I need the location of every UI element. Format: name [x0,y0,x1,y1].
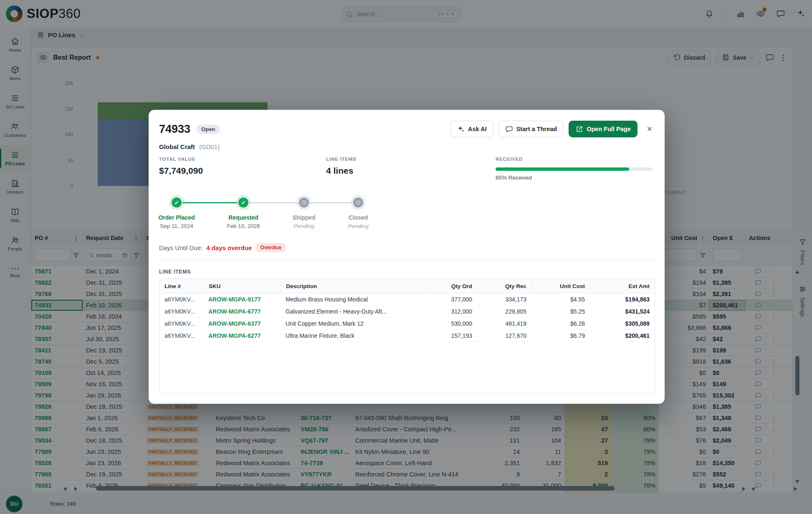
clock-icon [301,200,307,205]
line-id: a6YM0KV... [164,320,195,327]
line-id: a6YM0KV... [164,332,195,339]
li-cell-ext_amt: $305,089 [590,318,655,329]
due-value: 4 days overdue [206,244,252,251]
li-column-header: Qty Rec [477,279,531,293]
open-full-page-label: Open Full Page [587,126,631,132]
li-cell-qty_ord: 312,000 [429,306,477,317]
sku-link[interactable]: AROW-MGPA-9177 [208,296,261,303]
li-cell-sku: AROW-MGPA-6377 [203,318,281,329]
li-cell-qty_ord: 377,000 [429,294,477,305]
li-cell-desc: Unit Copper Medium, Mark 12 [281,318,429,329]
modal-po-number: 74933 [159,123,190,136]
li-cell-desc: Medium Brass Housing Medical [281,294,429,305]
li-cell-ext_amt: $200,461 [590,330,655,342]
total-value: $7,749,090 [159,166,203,176]
due-label: Days Until Due: [159,244,202,251]
li-cell-desc: Ultra Marine Fixture, Black [281,330,429,342]
timeline-label: ShippedPending [292,214,315,229]
received-progress-bar [496,167,653,171]
timeline-step-name: Requested [227,214,260,221]
total-value-label: TOTAL VALUE [159,157,203,162]
timeline-node-requested: ✓ [238,197,248,208]
timeline-node-closed [353,197,363,208]
li-column-header: Ext Amt [590,279,655,293]
line-items-title: LINE ITEMS [159,269,191,275]
start-thread-label: Start a Thread [516,126,557,132]
line-id: a6YM0KV... [164,308,195,315]
overdue-badge: Overdue [255,243,286,252]
line-item-row[interactable]: a6YM0KV...AROW-MGPA-6777Galvanized Eleme… [159,306,655,318]
li-cell-line: a6YM0KV... [159,306,203,317]
li-cell-qty_ord: 157,193 [429,330,477,342]
app-root: SIOP360 Search... Ctrl K HomeItemsSO Lin… [0,0,812,514]
clock-icon [355,200,361,205]
timeline-step-name: Order Placed [158,214,195,221]
modal-divider [159,260,654,261]
line-item-row[interactable]: a6YM0KV...AROW-MGPA-6277Ultra Marine Fix… [159,330,655,342]
li-cell-unit_cost: $6.28 [531,318,590,329]
li-cell-ext_amt: $194,863 [590,294,655,305]
li-column-header: Description [281,279,429,293]
li-column-header: SKU [203,279,281,293]
li-column-header: Line # [159,279,203,293]
ask-ai-button[interactable]: Ask AI [450,121,493,137]
line-id: a6YM0KV... [164,296,195,303]
li-cell-qty_rec: 229,805 [477,306,531,317]
received-progress-fill [496,167,629,171]
received-text: 85% Received [496,175,653,181]
li-cell-qty_rec: 334,173 [477,294,531,305]
timeline-connector [249,202,298,203]
line-items-label: LINE ITEMS [326,157,357,162]
timeline-step-date: Feb 10, 2026 [227,223,260,229]
timeline-node-shipped [299,197,309,208]
order-timeline: ✓Order PlacedSep 11, 2024✓RequestedFeb 1… [159,192,451,238]
li-cell-desc: Galvanized Element - Heavy-Duty Aft... [281,306,429,317]
li-cell-unit_cost: $5.25 [531,306,590,317]
li-column-header: Qty Ord [429,279,477,293]
close-icon[interactable]: ✕ [645,123,654,135]
timeline-label: Order PlacedSep 11, 2024 [158,214,195,229]
sku-link[interactable]: AROW-MGPA-6377 [208,320,261,327]
sku-link[interactable]: AROW-MGPA-6277 [208,332,261,339]
timeline-label: ClosedPending [348,214,369,229]
line-items-count: 4 lines [326,166,357,176]
li-cell-qty_rec: 127,670 [477,330,531,342]
li-cell-line: a6YM0KV... [159,294,203,305]
received-label: RECEIVED [496,157,653,162]
open-full-page-button[interactable]: Open Full Page [569,121,637,137]
timeline-connector [182,202,238,203]
timeline-step-date: Pending [348,223,369,229]
li-cell-ext_amt: $431,524 [590,306,655,317]
timeline-step-date: Pending [292,223,315,229]
line-items-table: Line #SKUDescriptionQty OrdQty RecUnit C… [159,279,655,394]
po-detail-modal: 74933 Open Ask AI Start a Thread Open Fu… [149,110,665,404]
li-cell-sku: AROW-MGPA-6777 [203,306,281,317]
line-items-header: Line #SKUDescriptionQty OrdQty RecUnit C… [159,279,655,294]
chat-icon [505,125,513,133]
li-cell-unit_cost: $4.55 [531,294,590,305]
li-cell-qty_rec: 481,419 [477,318,531,329]
days-until-due: Days Until Due: 4 days overdue Overdue [159,243,286,252]
li-column-header: Unit Cost [531,279,590,293]
timeline-connector [310,202,352,203]
vendor-code: (GD01) [199,143,220,150]
li-cell-unit_cost: $6.79 [531,330,590,342]
li-cell-sku: AROW-MGPA-9177 [203,294,281,305]
start-thread-button[interactable]: Start a Thread [498,121,564,137]
line-item-row[interactable]: a6YM0KV...AROW-MGPA-9177Medium Brass Hou… [159,294,655,306]
external-link-icon [575,125,583,133]
line-items-body: a6YM0KV...AROW-MGPA-9177Medium Brass Hou… [159,294,655,342]
timeline-step-date: Sep 11, 2024 [158,223,195,229]
li-cell-line: a6YM0KV... [159,318,203,329]
timeline-node-order-placed: ✓ [172,197,182,208]
vendor-name: Global Craft [159,143,195,150]
li-cell-sku: AROW-MGPA-6277 [203,330,281,342]
ask-ai-label: Ask AI [468,126,487,132]
line-item-row[interactable]: a6YM0KV...AROW-MGPA-6377Unit Copper Medi… [159,318,655,330]
timeline-step-name: Shipped [292,214,315,221]
sku-link[interactable]: AROW-MGPA-6777 [208,308,261,315]
vendor-line: Global Craft (GD01) [159,143,654,150]
timeline-label: RequestedFeb 10, 2026 [227,214,260,229]
li-cell-line: a6YM0KV... [159,330,203,342]
li-cell-qty_ord: 530,000 [429,318,477,329]
